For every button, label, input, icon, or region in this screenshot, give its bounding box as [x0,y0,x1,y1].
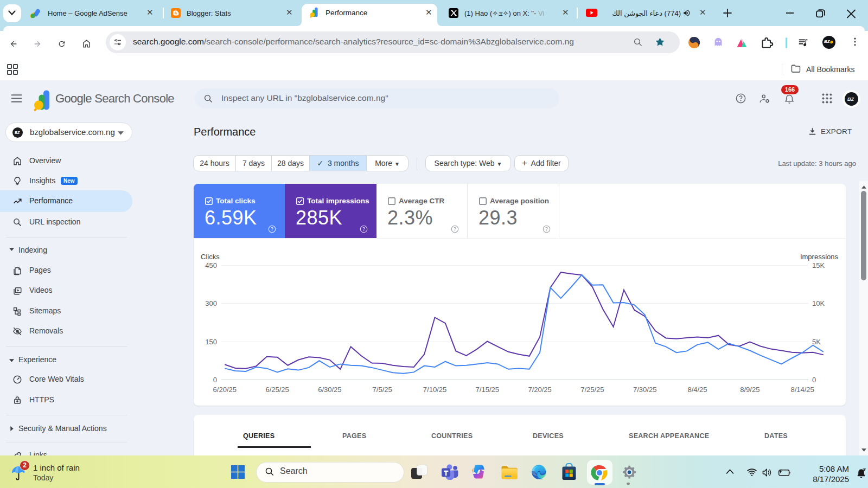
svg-text:300: 300 [205,299,217,307]
svg-text:7/10/25: 7/10/25 [423,386,446,394]
svg-text:6/20/25: 6/20/25 [213,386,237,394]
svg-text:150: 150 [205,338,217,346]
svg-text:10K: 10K [812,299,825,307]
svg-text:7/20/25: 7/20/25 [528,386,551,394]
svg-text:450: 450 [205,261,217,269]
svg-text:7/25/25: 7/25/25 [580,386,604,394]
svg-text:5K: 5K [812,338,821,346]
svg-text:6/30/25: 6/30/25 [318,386,341,394]
svg-text:7/5/25: 7/5/25 [373,386,392,394]
svg-text:7/15/25: 7/15/25 [476,386,499,394]
svg-text:Impressions: Impressions [800,253,839,261]
svg-text:7/30/25: 7/30/25 [633,386,656,394]
svg-text:6/25/25: 6/25/25 [265,386,289,394]
svg-text:8/9/25: 8/9/25 [740,386,760,394]
svg-text:8/4/25: 8/4/25 [687,386,707,394]
svg-text:0: 0 [812,376,816,384]
svg-text:0: 0 [213,376,217,384]
svg-text:8/14/25: 8/14/25 [790,386,814,394]
svg-text:Clicks: Clicks [201,253,220,261]
svg-text:15K: 15K [812,261,825,269]
